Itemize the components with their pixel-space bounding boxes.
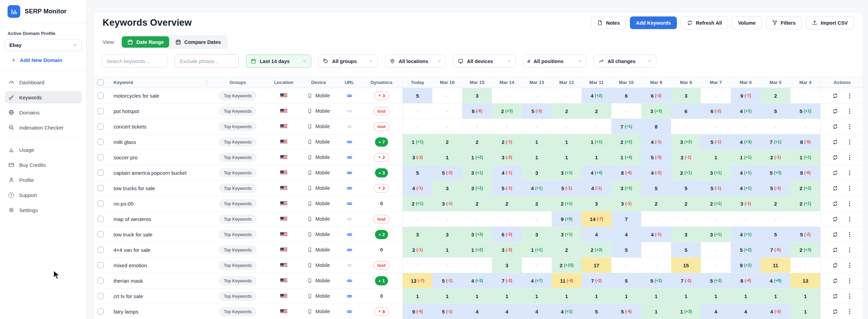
column-header-mar-5[interactable]: Mar 5: [761, 77, 790, 88]
refresh-row-icon[interactable]: [832, 201, 838, 207]
keyword-cell[interactable]: 4×4 van for sale: [107, 242, 207, 257]
column-header-keyword[interactable]: Keyword: [107, 77, 207, 88]
row-checkbox[interactable]: [97, 139, 104, 145]
column-header-dynamics[interactable]: Dynamics: [361, 77, 402, 88]
kebab-menu-icon[interactable]: [847, 201, 852, 207]
sidebar-item-buy-credits[interactable]: Buy Credits: [5, 159, 82, 171]
refresh-row-icon[interactable]: [832, 262, 838, 268]
sidebar-item-profile[interactable]: Profile: [5, 174, 82, 186]
column-header-mar-7[interactable]: Mar 7: [701, 77, 731, 88]
all-changes-dropdown[interactable]: All changes: [594, 54, 656, 68]
row-checkbox[interactable]: [97, 262, 104, 268]
url-link-icon[interactable]: [347, 293, 352, 299]
keyword-cell[interactable]: crt tv for sale: [107, 289, 207, 304]
keyword-cell[interactable]: motorcycles for sale: [107, 88, 207, 103]
url-link-icon[interactable]: [347, 309, 352, 315]
keyword-cell[interactable]: milk glass: [107, 134, 207, 149]
search-keywords-input[interactable]: [102, 54, 167, 68]
kebab-menu-icon[interactable]: [847, 278, 852, 284]
all-positions-dropdown[interactable]: # All positions: [523, 54, 587, 68]
row-checkbox[interactable]: [97, 278, 104, 284]
row-checkbox[interactable]: [97, 123, 104, 130]
keyword-cell[interactable]: mixed emotion: [107, 258, 207, 273]
all-devices-dropdown[interactable]: All devices: [453, 54, 516, 68]
refresh-row-icon[interactable]: [832, 170, 838, 176]
refresh-row-icon[interactable]: [832, 278, 838, 284]
kebab-menu-icon[interactable]: [847, 139, 852, 145]
kebab-menu-icon[interactable]: [847, 309, 852, 315]
sidebar-item-dashboard[interactable]: Dashboard: [5, 76, 82, 88]
refresh-row-icon[interactable]: [832, 216, 838, 222]
add-keywords-button[interactable]: Add Keywords: [630, 16, 677, 29]
column-header-today[interactable]: Today: [402, 77, 432, 88]
url-link-icon[interactable]: [347, 201, 352, 207]
select-all-checkbox[interactable]: [97, 79, 104, 86]
row-checkbox[interactable]: [97, 93, 104, 99]
notes-button[interactable]: Notes: [591, 16, 626, 29]
sidebar-item-keywords[interactable]: Keywords: [5, 91, 82, 103]
url-link-icon[interactable]: [347, 247, 352, 253]
kebab-menu-icon[interactable]: [847, 247, 852, 253]
column-header-mar-6[interactable]: Mar 6: [731, 77, 761, 88]
column-header-location[interactable]: Location: [269, 77, 299, 88]
all-locations-dropdown[interactable]: All locations: [385, 54, 446, 68]
keyword-cell[interactable]: map of westeros: [107, 211, 207, 226]
row-checkbox[interactable]: [97, 154, 104, 160]
column-header-url[interactable]: URL: [338, 77, 361, 88]
row-checkbox[interactable]: [97, 216, 104, 222]
column-header-mar-16[interactable]: Mar 16: [432, 77, 462, 88]
keyword-cell[interactable]: tow trucks for sale: [107, 181, 207, 196]
keyword-cell[interactable]: soccer pro: [107, 150, 207, 165]
row-checkbox[interactable]: [97, 185, 104, 191]
sidebar-item-settings[interactable]: Settings: [5, 204, 82, 216]
keyword-cell[interactable]: ns-ps-05: [107, 196, 207, 211]
volume-button[interactable]: Volume: [732, 16, 762, 29]
url-link-icon[interactable]: [347, 139, 352, 145]
column-header-mar-13[interactable]: Mar 13: [522, 77, 552, 88]
kebab-menu-icon[interactable]: [847, 124, 852, 130]
sidebar-item-usage[interactable]: Usage: [5, 144, 82, 156]
column-header-groups[interactable]: Groups: [207, 77, 269, 88]
kebab-menu-icon[interactable]: [847, 293, 852, 299]
kebab-menu-icon[interactable]: [847, 216, 852, 222]
row-checkbox[interactable]: [97, 308, 104, 315]
sidebar-item-support[interactable]: ? Support: [5, 189, 82, 201]
refresh-row-icon[interactable]: [832, 108, 838, 114]
keyword-cell[interactable]: fairy lamps: [107, 304, 207, 319]
url-link-icon[interactable]: [347, 93, 352, 99]
column-header-mar-14[interactable]: Mar 14: [492, 77, 522, 88]
sidebar-item-indexation-checker[interactable]: Indexation Checker: [5, 121, 82, 134]
keyword-cell[interactable]: captain america popcorn bucket: [107, 165, 207, 180]
url-link-icon[interactable]: [347, 232, 352, 237]
kebab-menu-icon[interactable]: [847, 155, 852, 160]
refresh-row-icon[interactable]: [832, 309, 838, 315]
sidebar-item-domains[interactable]: Domains: [5, 106, 82, 119]
url-link-icon[interactable]: [347, 170, 352, 176]
keyword-cell[interactable]: pot hotspot: [107, 103, 207, 119]
column-header-mar-8[interactable]: Mar 8: [671, 77, 701, 88]
keyword-cell[interactable]: therian mask: [107, 273, 207, 288]
url-link-icon[interactable]: [347, 155, 352, 160]
refresh-row-icon[interactable]: [832, 155, 838, 160]
refresh-row-icon[interactable]: [832, 139, 838, 145]
tab-compare-dates[interactable]: Compare Dates: [170, 36, 226, 48]
all-groups-dropdown[interactable]: All groups: [318, 54, 378, 68]
refresh-row-icon[interactable]: [832, 247, 838, 253]
refresh-row-icon[interactable]: [832, 293, 838, 299]
kebab-menu-icon[interactable]: [847, 232, 852, 237]
refresh-row-icon[interactable]: [832, 124, 838, 130]
kebab-menu-icon[interactable]: [847, 170, 852, 176]
domain-profile-select[interactable]: Ebay: [5, 39, 82, 51]
keyword-cell[interactable]: concert tickets: [107, 119, 207, 134]
url-link-icon[interactable]: [347, 185, 352, 191]
url-link-icon[interactable]: [347, 278, 352, 284]
filters-button[interactable]: Filters: [766, 16, 802, 29]
column-header-mar-12[interactable]: Mar 12: [552, 77, 582, 88]
refresh-row-icon[interactable]: [832, 232, 838, 237]
exclude-phrase-input[interactable]: [175, 54, 239, 68]
row-checkbox[interactable]: [97, 200, 104, 207]
column-header-mar-15[interactable]: Mar 15: [462, 77, 492, 88]
import-csv-button[interactable]: Import CSV: [806, 16, 854, 29]
add-new-domain-button[interactable]: + Add New Domain: [12, 57, 86, 63]
kebab-menu-icon[interactable]: [847, 262, 852, 268]
